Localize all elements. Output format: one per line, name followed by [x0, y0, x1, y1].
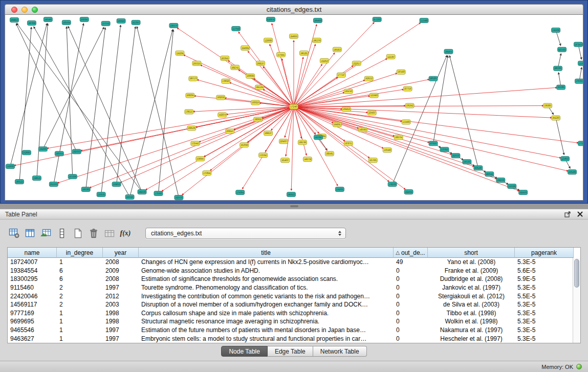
graph-node[interactable]: 1626152 [364, 76, 373, 81]
graph-node[interactable]: 1895754 [394, 135, 403, 140]
create-table-icon[interactable] [71, 227, 85, 240]
graph-node[interactable]: 1913049 [240, 143, 249, 147]
graph-node[interactable]: 1465469 [43, 17, 52, 21]
graph-node[interactable]: 1961379 [312, 38, 321, 42]
graph-node[interactable]: 1495758 [303, 157, 312, 162]
graph-node[interactable]: 1777147 [337, 73, 345, 77]
graph-node[interactable]: 1863542 [485, 172, 494, 177]
graph-node[interactable]: 8183074 [267, 17, 275, 21]
graph-node[interactable]: 1695796 [298, 140, 307, 145]
table-row[interactable]: 911546021997Tourette syndrome. Phenomeno… [8, 283, 573, 292]
graph-node[interactable]: 1221397 [386, 54, 395, 59]
graph-node[interactable]: 1836084 [246, 74, 255, 78]
graph-node[interactable]: 1061642 [405, 103, 414, 108]
graph-node[interactable]: 1982533 [138, 190, 146, 194]
column-header-title[interactable]: title [139, 248, 394, 258]
function-builder-icon[interactable]: f(x) [118, 227, 133, 240]
graph-node[interactable]: 1920533 [175, 195, 183, 200]
graph-node[interactable]: 1505329 [508, 184, 516, 189]
graph-node[interactable]: 1877516 [403, 86, 412, 91]
column-header-in_degree[interactable]: in_degree [57, 248, 103, 258]
graph-node[interactable]: 1064616 [342, 107, 351, 112]
graph-node[interactable]: 1863023 [287, 192, 296, 197]
graph-node[interactable]: 1905853 [333, 47, 341, 52]
graph-node[interactable]: 1725442 [191, 141, 200, 146]
column-header-year[interactable]: year [103, 248, 139, 258]
graph-node[interactable]: 1509053 [112, 182, 121, 187]
graph-node[interactable]: 1635209 [568, 170, 577, 174]
column-header-short[interactable]: short [428, 248, 515, 258]
tab-node-table[interactable]: Node Table [221, 346, 268, 357]
graph-node[interactable]: 1415345 [314, 135, 322, 140]
graph-node[interactable]: 1583030 [6, 164, 14, 169]
window-titlebar[interactable]: citations_edges.txt [5, 4, 583, 15]
graph-node[interactable]: 1735063 [154, 191, 163, 196]
graph-node[interactable]: 1932058 [216, 95, 225, 100]
graph-node[interactable]: 1537910 [440, 147, 449, 152]
graph-node[interactable]: 1820533 [451, 154, 460, 158]
graph-node[interactable]: 1083022 [254, 117, 263, 122]
graph-node[interactable]: 2526065 [22, 150, 31, 155]
graph-node[interactable]: 1582933 [38, 147, 47, 151]
graph-node[interactable]: 2240834 [241, 46, 250, 50]
graph-node[interactable]: 1648091 [333, 122, 341, 127]
graph-node[interactable]: 1242204 [176, 51, 184, 55]
graph-node[interactable]: 1705355 [575, 79, 583, 83]
graph-node[interactable]: 1867173 [189, 76, 198, 81]
graph-node[interactable]: 1725342 [259, 153, 268, 158]
graph-node[interactable]: 1154469 [402, 120, 410, 124]
graph-node[interactable]: 1938334 [186, 93, 194, 98]
graph-node[interactable]: 1485083 [358, 127, 367, 132]
graph-node[interactable]: 1696136 [187, 126, 196, 130]
splitter-grip-icon[interactable] [290, 205, 298, 207]
graph-node[interactable]: 1085570 [169, 23, 178, 28]
select-rows-icon[interactable] [55, 227, 69, 240]
graph-node[interactable]: 1853045 [221, 56, 229, 60]
graph-node[interactable]: 2068107 [256, 61, 265, 65]
merge-table-icon[interactable] [102, 227, 117, 240]
graph-node[interactable]: 1905363 [81, 187, 90, 192]
graph-node[interactable]: 1505493 [383, 148, 391, 152]
column-header-name[interactable]: name [8, 248, 57, 258]
graph-node[interactable]: 1590513 [32, 176, 41, 181]
graph-node[interactable]: 1642283 [552, 116, 560, 120]
network-canvas[interactable]: 1724018530452240834122608816469501961379… [5, 15, 583, 200]
table-selector[interactable]: citations_edges.txt [145, 228, 346, 239]
graph-node[interactable]: 1322017 [352, 61, 361, 65]
graph-node[interactable]: 1675309 [68, 174, 77, 179]
panel-splitter[interactable] [0, 204, 588, 209]
graph-node[interactable]: 1210653 [561, 157, 570, 161]
graph-node[interactable]: 1177543 [232, 26, 241, 31]
graph-node[interactable]: 2204937 [367, 111, 376, 115]
graph-node[interactable]: 1115488 [420, 18, 428, 23]
graph-node[interactable]: 1073743 [101, 21, 110, 26]
graph-node[interactable]: 1630210 [251, 100, 260, 105]
table-row[interactable]: 2242004622012Investigating the contribut… [8, 292, 573, 300]
graph-node[interactable]: 2015053 [49, 182, 58, 187]
graph-node[interactable]: 1925053 [72, 149, 81, 154]
graph-node[interactable]: 1903323 [117, 18, 125, 23]
graph-node[interactable]: 1782533 [388, 182, 397, 187]
import-table-icon[interactable] [39, 227, 53, 240]
graph-node[interactable]: 1428374 [218, 113, 227, 117]
table-row[interactable]: 969969511998Structural magnetic resonanc… [8, 317, 573, 326]
graph-node[interactable]: 1903125 [15, 180, 24, 184]
graph-node[interactable]: 1685491 [325, 151, 334, 156]
minimize-window-button[interactable] [21, 7, 28, 13]
graph-node[interactable]: 1961281 [299, 51, 308, 55]
graph-node[interactable]: 2204037 [279, 139, 288, 144]
tab-network-table[interactable]: Network Table [313, 346, 367, 357]
graph-node[interactable]: 1226088 [264, 38, 273, 42]
graph-node[interactable]: 1646950 [290, 34, 298, 38]
scrollbar-thumb[interactable] [574, 259, 579, 288]
graph-node[interactable]: 9237433 [558, 47, 567, 52]
graph-node[interactable]: 1092533 [496, 178, 505, 183]
graph-node[interactable]: 1657935 [368, 158, 377, 163]
graph-node[interactable]: 1753644 [203, 171, 211, 176]
graph-node[interactable]: 1604743 [344, 89, 353, 94]
graph-node[interactable]: 1750354 [236, 190, 245, 195]
graph-node[interactable]: 1635230 [474, 166, 483, 170]
graph-node[interactable]: 1899137 [264, 131, 273, 136]
graph-node[interactable]: 1591030 [552, 28, 560, 32]
graph-node[interactable]: 1592035 [335, 187, 344, 192]
